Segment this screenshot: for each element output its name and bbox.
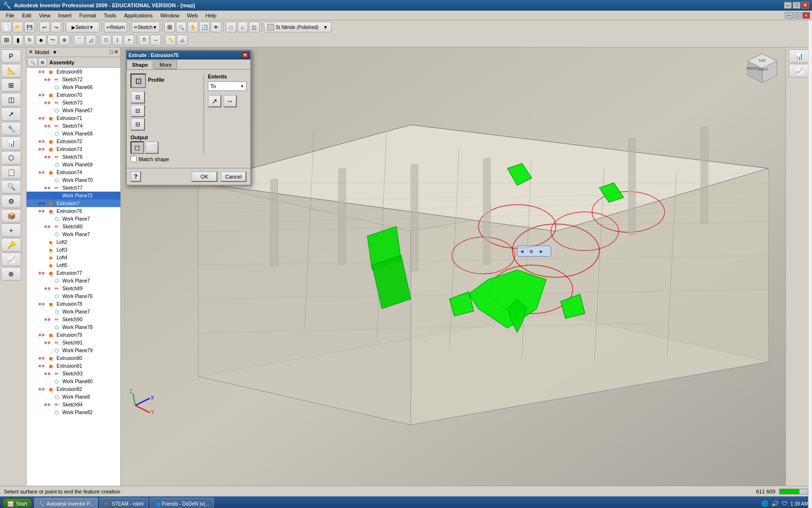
left-panel-btn-8[interactable]: ⬡	[1, 151, 21, 164]
extents-dropdown[interactable]: To ▼	[208, 81, 246, 91]
tree-item-sketch77[interactable]: ⊕⊗✏Sketch77	[27, 184, 120, 192]
measure-btn[interactable]: 📏	[165, 35, 176, 45]
app-minimize-button[interactable]: ─	[785, 12, 793, 19]
tree-item-extrusion82[interactable]: ⊕⊗◼Extrusion82	[27, 385, 120, 393]
sweep-button[interactable]: 〜	[47, 35, 58, 45]
tree-item-sketch89[interactable]: ⊕⊗✏Sketch89	[27, 284, 120, 292]
tree-item-workplane7b[interactable]: ⬡Work Plane7	[27, 230, 120, 238]
return-button[interactable]: ↵ Return	[104, 22, 127, 32]
tree-item-extrusion78[interactable]: ⊕⊗◼Extrusion78	[27, 300, 120, 308]
app-close-button[interactable]: ✕	[802, 12, 810, 19]
dialog-close-button[interactable]: ✕	[242, 52, 248, 58]
tree-item-loft4[interactable]: ◆Loft4	[27, 254, 120, 261]
menu-web[interactable]: Web	[183, 12, 202, 19]
tree-item-extrusion73[interactable]: ⊕⊗◼Extrusion73	[27, 145, 120, 153]
help-button[interactable]: ?	[130, 171, 141, 182]
tree-item-workplane66[interactable]: ⬡Work Plane66	[27, 83, 120, 91]
tree-item-workplane7[interactable]: ⬡Work Plane7	[27, 215, 120, 223]
tree-item-sketch90[interactable]: ⊕⊗✏Sketch90	[27, 315, 120, 323]
tree-filter-btn[interactable]: 🔍	[28, 58, 38, 67]
tree-item-sketch91[interactable]: ⊕⊗✏Sketch91	[27, 339, 120, 346]
tree-btn-2[interactable]: ✕	[114, 49, 118, 55]
tree-item-workplane7c[interactable]: ⬡Work Plane7	[27, 277, 120, 284]
left-panel-btn-7[interactable]: 📊	[1, 136, 21, 150]
tree-item-extrusion80[interactable]: ⊕⊗◼Extrusion80	[27, 354, 120, 362]
menu-view[interactable]: View	[35, 12, 55, 19]
new-button[interactable]: 📄	[1, 22, 12, 32]
left-panel-btn-16[interactable]: ⊕	[1, 267, 21, 281]
look-at-button[interactable]: 👁	[211, 22, 221, 32]
menu-file[interactable]: File	[2, 12, 18, 19]
tree-item-workplane82[interactable]: ⬡Work Plane82	[27, 408, 120, 416]
tree-item-extrusion79[interactable]: ⊕⊗◼Extrusion79	[27, 331, 120, 339]
inspect-btn[interactable]: 🔬	[177, 35, 188, 45]
tab-more[interactable]: More	[154, 60, 177, 69]
tree-item-sketch93[interactable]: ⊕⊗✏Sketch93	[27, 370, 120, 377]
sketch-button[interactable]: ✏ Sketch ▼	[131, 22, 160, 32]
app-restore-button[interactable]: □	[794, 12, 801, 19]
profile-button[interactable]: ⊡	[130, 74, 146, 88]
left-panel-btn-9[interactable]: 📋	[1, 165, 21, 179]
extrude-button[interactable]: ▮	[13, 35, 23, 45]
tree-item-extrusion76[interactable]: ⊕⊗◼Extrusion76	[27, 207, 120, 215]
tree-item-workplane68[interactable]: ⬡Work Plane68	[27, 130, 120, 137]
tree-item-extrusion69[interactable]: ⊕⊗◼Extrusion69	[27, 68, 120, 75]
left-panel-btn-5[interactable]: ↗	[1, 107, 21, 121]
pan-button[interactable]: ✋	[188, 22, 198, 32]
left-panel-btn-13[interactable]: +	[1, 224, 21, 237]
extents-btn-2[interactable]: ⊟	[130, 105, 145, 117]
tree-item-workplane8[interactable]: ⬡Work Plane8	[27, 393, 120, 401]
left-panel-btn-1[interactable]: P	[1, 49, 21, 63]
left-panel-btn-15[interactable]: 📈	[1, 253, 21, 266]
flip-btn[interactable]: ↔	[223, 95, 237, 107]
material-dropdown[interactable]: Si Nitride (Polished) ▼	[264, 22, 332, 32]
tree-item-workplane72_selected[interactable]: ⬡Work Plane72	[27, 192, 120, 199]
open-button[interactable]: 📂	[13, 22, 23, 32]
feature-button[interactable]: ⊞	[1, 35, 12, 45]
menu-window[interactable]: Window	[157, 12, 183, 19]
tree-item-extrusion71[interactable]: ⊕⊗◼Extrusion71	[27, 114, 120, 122]
menu-format[interactable]: Format	[75, 12, 100, 19]
coil-button[interactable]: ⊗	[59, 35, 70, 45]
tree-item-workplane76[interactable]: ⬡Work Plane76	[27, 292, 120, 300]
workaxis-btn[interactable]: |	[112, 35, 123, 45]
tree-item-sketch72[interactable]: ⊕⊗✏Sketch72	[27, 75, 120, 83]
left-panel-btn-6[interactable]: 🔧	[1, 122, 21, 135]
tree-item-workplane69[interactable]: ⬡Work Plane69	[27, 161, 120, 168]
pattern-btn[interactable]: ⠿	[139, 35, 149, 45]
tree-item-extrusion70[interactable]: ⊕⊗◼Extrusion70	[27, 91, 120, 99]
minimize-button[interactable]: ─	[784, 2, 792, 9]
taskbar-autodesk[interactable]: 🔧 Autodesk Inventor P...	[34, 498, 98, 508]
mirror-btn[interactable]: ↔	[150, 35, 161, 45]
menu-help[interactable]: Help	[202, 12, 220, 19]
fillet-button[interactable]: ⌒	[74, 35, 85, 45]
tree-item-sketch94[interactable]: ⊕⊗✏Sketch94	[27, 401, 120, 408]
left-panel-btn-14[interactable]: 🔑	[1, 238, 21, 252]
left-panel-btn-3[interactable]: ⊞	[1, 78, 21, 92]
chamfer-button[interactable]: ◿	[86, 35, 96, 45]
tree-dropdown-icon[interactable]: ▼	[52, 49, 58, 55]
solid-output-btn[interactable]: ◻	[130, 141, 144, 154]
workplane-btn[interactable]: ⬡	[101, 35, 111, 45]
tree-item-extrusion77[interactable]: ⊕⊗◼Extrusion77	[27, 269, 120, 277]
left-panel-btn-12[interactable]: 📦	[1, 209, 21, 223]
select-button[interactable]: ▶ Select ▼	[66, 22, 100, 32]
tree-item-workplane79[interactable]: ⬡Work Plane79	[27, 346, 120, 354]
right-panel-btn-2[interactable]: 📈	[789, 64, 809, 77]
match-shape-checkbox[interactable]	[130, 156, 137, 162]
maximize-button[interactable]: □	[793, 2, 800, 9]
menu-applications[interactable]: Applications	[120, 12, 156, 19]
menu-insert[interactable]: Insert	[54, 12, 75, 19]
start-button[interactable]: 🪟 Start	[2, 498, 32, 508]
right-panel-btn-1[interactable]: 📊	[789, 49, 809, 63]
cancel-button[interactable]: Cancel	[220, 171, 246, 182]
tree-item-sketch76[interactable]: ⊕⊗✏Sketch76	[27, 153, 120, 161]
tree-item-extrusion7[interactable]: ⊕⊗◼Extrusion7	[27, 199, 120, 207]
tree-item-loft2[interactable]: ◆Loft2	[27, 238, 120, 246]
orbit-button[interactable]: 🔄	[199, 22, 210, 32]
tree-close-btn[interactable]: ✕	[29, 49, 33, 55]
save-button[interactable]: 💾	[24, 22, 35, 32]
viewcube[interactable]: RIGHT FRONT TOP	[743, 51, 782, 90]
left-panel-btn-11[interactable]: ⚙	[1, 194, 21, 208]
ok-button[interactable]: OK	[191, 171, 218, 182]
